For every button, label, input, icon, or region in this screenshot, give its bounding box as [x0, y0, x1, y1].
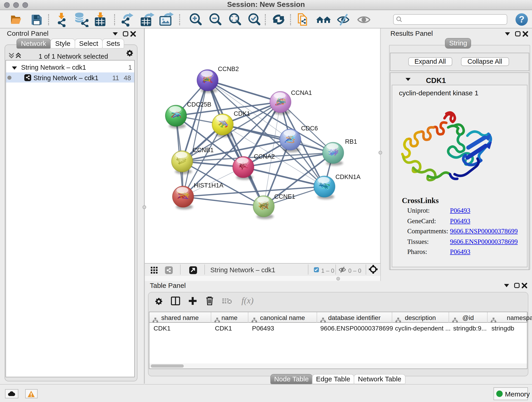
svg-text:CCNB1: CCNB1 [193, 147, 214, 153]
svg-text:RB1: RB1 [345, 138, 357, 145]
svg-text:CDC6: CDC6 [301, 125, 318, 132]
svg-text:CCNA1: CCNA1 [291, 89, 312, 96]
svg-text:CCNE1: CCNE1 [274, 193, 295, 200]
svg-text:CDKN1A: CDKN1A [336, 173, 361, 180]
svg-text:CDK1: CDK1 [234, 110, 250, 117]
svg-text:CDC25B: CDC25B [187, 101, 211, 108]
svg-text:HIST1H1A: HIST1H1A [194, 182, 223, 189]
svg-text:CCNA2: CCNA2 [254, 153, 275, 160]
svg-text:CCNB2: CCNB2 [218, 65, 239, 72]
